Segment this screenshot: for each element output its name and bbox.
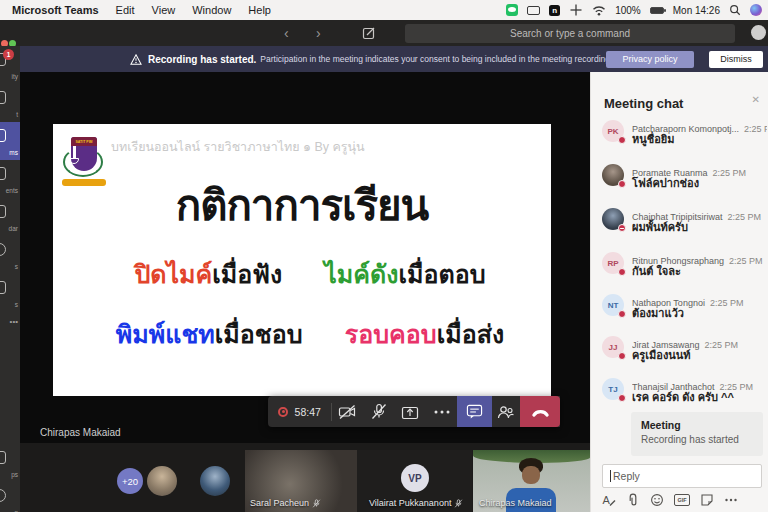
sidebar-item-apps[interactable]: ps	[0, 444, 20, 482]
sidebar-item-assignments[interactable]: ents	[0, 160, 20, 198]
spotlight-icon[interactable]	[729, 4, 741, 16]
initials-avatar: VP	[401, 464, 429, 492]
assignments-icon	[0, 167, 6, 180]
gif-icon[interactable]: GIF	[674, 494, 690, 506]
mic-off-icon	[370, 403, 388, 420]
avatar-initials: TJ	[608, 385, 617, 394]
video-tile-saral[interactable]: Saral Pacheun	[245, 450, 357, 512]
sticker-icon[interactable]	[700, 493, 714, 507]
meeting-timer: 58:47	[295, 406, 321, 418]
wifi-icon[interactable]	[592, 5, 606, 16]
overflow-participants-button[interactable]: +20	[117, 468, 143, 494]
message-text: ครูเมืองนนท์	[632, 346, 691, 364]
more-options-icon[interactable]	[724, 493, 738, 507]
menu-edit[interactable]: Edit	[116, 4, 135, 16]
sidebar-item-help[interactable]: p	[0, 482, 20, 512]
avatar: JJ	[602, 336, 624, 358]
tile-name-label: Vilairat Pukkananont	[369, 498, 451, 508]
svg-text:A: A	[603, 494, 611, 506]
format-icon[interactable]: A	[602, 493, 616, 507]
meeting-chat-panel: Meeting chat ✕ PK Patcharaporn Komonpotj…	[590, 72, 768, 512]
share-screen-button[interactable]	[395, 396, 426, 427]
menu-window[interactable]: Window	[192, 4, 231, 16]
more-actions-button[interactable]	[426, 396, 457, 427]
user-avatar[interactable]	[751, 25, 766, 40]
line-app-icon[interactable]	[506, 4, 518, 16]
back-button[interactable]: ‹	[284, 23, 289, 43]
presence-busy-dot	[618, 394, 626, 402]
message-text: โฟล์คปากช่อง	[632, 174, 699, 192]
privacy-policy-button[interactable]: Privacy policy	[606, 51, 694, 68]
avatar-initials: PK	[607, 127, 618, 136]
calendar-icon	[0, 205, 6, 218]
participants-button[interactable]	[492, 396, 521, 427]
siri-icon[interactable]	[750, 4, 762, 16]
dismiss-button[interactable]: Dismiss	[709, 51, 763, 68]
search-input[interactable]: Search or type a command	[405, 24, 735, 43]
rule-line-1: ปิดไมค์เมื่อฟัง	[134, 254, 282, 294]
avatar: PK	[602, 120, 624, 142]
activity-badge: 1	[3, 49, 14, 60]
avatar: NT	[602, 294, 624, 316]
banner-body: Participation in the meeting indicates y…	[260, 54, 612, 64]
presenter-name-label: Chirapas Makaiad	[40, 427, 121, 438]
rule-line-3: พิมพ์แชทเมื่อชอบ	[116, 314, 303, 354]
sidebar-item-calendar[interactable]: dar	[0, 198, 20, 236]
sidebar-item-calls[interactable]: s	[0, 236, 20, 274]
participant-avatar[interactable]	[200, 466, 230, 496]
menu-app-name[interactable]: Microsoft Teams	[12, 4, 99, 16]
recording-indicator-icon	[278, 407, 288, 417]
avatar: TJ	[602, 378, 624, 400]
chat-icon	[0, 91, 6, 104]
chat-message: Poramate Ruanma2:25 PM โฟล์คปากช่อง	[602, 162, 762, 202]
text-cursor	[610, 470, 611, 482]
move-tool-icon[interactable]	[569, 3, 583, 17]
menu-view[interactable]: View	[152, 4, 176, 16]
participants-strip: +20 Saral Pacheun VP Vilairat Pukkananon…	[20, 443, 590, 512]
screen-share-stage: SATIT PIM บทเรียนออนไลน์ รายวิชาภาษาไทย …	[20, 72, 590, 443]
message-text: หนูชื่อยิม	[632, 130, 675, 148]
sidebar-item-chat[interactable]: t	[0, 84, 20, 122]
calls-icon	[0, 243, 6, 256]
message-time: 2:25 PM	[713, 168, 747, 178]
avatar	[602, 164, 624, 186]
display-icon[interactable]	[527, 6, 540, 15]
message-text: เรค คอร์ด ดัง ครับ ^^	[632, 388, 734, 406]
chat-message: NT Nathapon Tongnoi2:25 PM ต้องมาแว้ว	[602, 292, 762, 332]
camera-off-icon	[338, 404, 356, 420]
sidebar-item-teams[interactable]: ms	[0, 122, 20, 160]
sidebar-item-more[interactable]: •••	[0, 312, 20, 332]
files-icon	[0, 281, 6, 294]
menu-help[interactable]: Help	[248, 4, 271, 16]
mic-off-icon	[312, 499, 321, 508]
notion-icon[interactable]: n	[549, 5, 560, 16]
warning-icon	[130, 54, 142, 65]
camera-off-button[interactable]	[332, 396, 363, 427]
video-tile-chirapas[interactable]: Chirapas Makaiad	[473, 450, 590, 512]
chat-toggle-button[interactable]	[457, 396, 491, 427]
call-controls-toolbar: 58:47	[268, 396, 560, 427]
reply-input[interactable]: Reply	[602, 464, 762, 488]
hang-up-button[interactable]	[520, 396, 560, 427]
presence-busy-dot	[618, 352, 626, 360]
chat-panel-title: Meeting chat	[604, 96, 683, 111]
message-time: 2:25 PM	[705, 340, 739, 350]
search-placeholder: Search or type a command	[510, 28, 630, 39]
new-chat-icon[interactable]	[362, 26, 376, 40]
recording-banner: Recording has started. Participation in …	[20, 46, 768, 72]
participant-avatar[interactable]	[147, 466, 177, 496]
message-time: 2:25 PM	[728, 212, 762, 222]
menu-clock[interactable]: Mon 14:26	[673, 5, 720, 16]
video-tile-vilairat[interactable]: VP Vilairat Pukkananont	[357, 450, 472, 512]
emoji-icon[interactable]	[650, 493, 664, 507]
battery-icon[interactable]	[650, 7, 664, 14]
tile-name-label: Saral Pacheun	[250, 498, 309, 508]
forward-button[interactable]: ›	[316, 23, 321, 43]
sidebar-item-files[interactable]: s	[0, 274, 20, 312]
presence-dnd-dot	[618, 224, 626, 232]
mic-off-button[interactable]	[363, 396, 394, 427]
attach-icon[interactable]	[626, 493, 640, 507]
banner-title: Recording has started.	[148, 54, 256, 65]
close-chat-icon[interactable]: ✕	[752, 94, 760, 105]
presence-busy-dot	[618, 180, 626, 188]
